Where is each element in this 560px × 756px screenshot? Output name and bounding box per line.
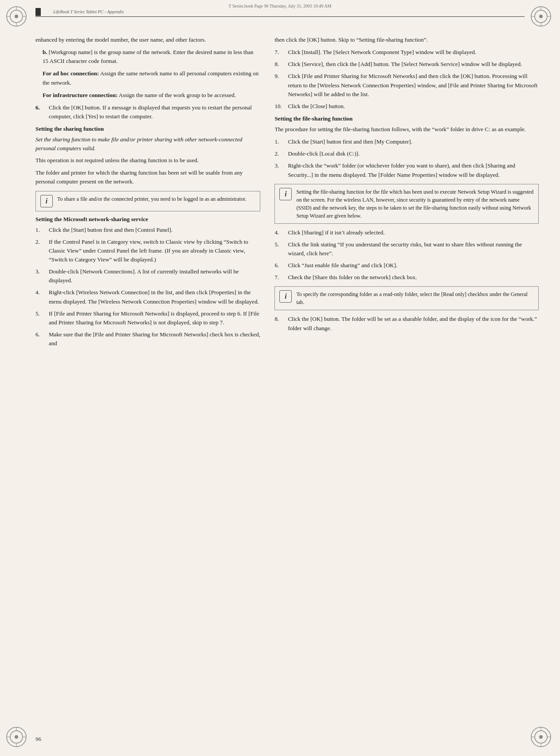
infra-label: For infrastructure connection: (43, 92, 117, 98)
file-sharing-intro: The procedure for setting the file-shari… (274, 125, 539, 134)
info-box-2-text: Setting the file-sharing function for th… (296, 188, 534, 220)
corner-decoration-br (529, 725, 556, 752)
file-sharing-list-1: 1. Click the [Start] button first and th… (274, 137, 539, 179)
fs2-item-7-text: Check the [Share this folder on the netw… (288, 273, 539, 282)
list-item: 2. If the Control Panel is in Category v… (35, 238, 260, 264)
info-box-2: i Setting the file-sharing function for … (274, 184, 539, 224)
ms-item-5-text: If [File and Printer Sharing for Microso… (49, 309, 260, 327)
fs-item-1-text: Click the [Start] button first and then … (288, 137, 539, 146)
sub-item-b: b. [Workgroup name] is the group name of… (43, 48, 260, 66)
list-item: 8. Click the [OK] button. The folder wil… (274, 315, 539, 332)
fs2-item-4-text: Click [Sharing] if it isn’t already sele… (288, 228, 539, 237)
page-container: T Series.book Page 96 Thursday, July 31,… (0, 0, 560, 756)
fs-item-3-text: Right-click the “work” folder (or whiche… (288, 161, 539, 179)
list-item: 3. Right-click the “work” folder (or whi… (274, 161, 539, 179)
info-icon-3: i (279, 290, 292, 303)
list-item: 4. Right-click [Wireless Network Connect… (35, 288, 260, 306)
fs-item-2-num: 2. (274, 149, 284, 158)
sub-b-text: [Workgroup name] is the group name of th… (43, 49, 254, 64)
fs2-item-7-num: 7. (274, 273, 284, 282)
ms-items-list: 1. Click the [Start] button first and th… (35, 226, 260, 348)
fs-item-1-num: 1. (274, 137, 284, 146)
content-area: enhanced by entering the model number, t… (35, 35, 525, 721)
corner-decoration-tl (4, 4, 31, 31)
list-item: 7. Check the [Share this folder on the n… (274, 273, 539, 282)
ad-hoc-para: For ad hoc connection: Assign the same n… (43, 69, 260, 87)
file-sharing-heading: Setting the file-sharing function (274, 115, 539, 122)
svg-point-23 (539, 735, 543, 739)
corner-decoration-bl (4, 725, 31, 752)
list-item: 1. Click the [Start] button first and th… (35, 226, 260, 234)
item-9-num: 9. (274, 72, 284, 98)
header-line (35, 16, 525, 17)
ms-item-1-num: 1. (35, 226, 45, 234)
list-item: 5. If [File and Printer Sharing for Micr… (35, 309, 260, 327)
infra-text: Assign the name of the work group to be … (117, 92, 236, 98)
list-item: 10. Click the [Close] button. (274, 102, 539, 111)
item-10-text: Click the [Close] button. (288, 102, 539, 111)
item-8-text: Click [Service], then click the [Add] bu… (288, 60, 539, 69)
final-item-text: Click the [OK] button. The folder will b… (288, 315, 539, 332)
list-item: 7. Click [Install]. The [Select Network … (274, 48, 539, 57)
file-sharing-list-2: 4. Click [Sharing] if it isn’t already s… (274, 228, 539, 282)
cont-text: then click the [OK] button. Skip to “Set… (274, 35, 539, 44)
item6-num: 6. (35, 103, 45, 121)
page-header: LifeBook T Series Tablet PC - Appendix (35, 8, 525, 17)
sub-b-label: b. (43, 49, 47, 55)
info-box-3-text: To specify the corresponding folder as a… (296, 290, 534, 306)
header-bookmark (35, 8, 41, 16)
item6-text: Click the [OK] button. If a message is d… (49, 103, 260, 121)
final-item-list: 8. Click the [OK] button. The folder wil… (274, 315, 539, 332)
items-list-early: 6. Click the [OK] button. If a message i… (35, 103, 260, 121)
ms-item-5-num: 5. (35, 309, 45, 327)
list-item: 2. Double-click [Local disk (C:)]. (274, 149, 539, 158)
fs-item-3-num: 3. (274, 161, 284, 179)
item-7-text: Click [Install]. The [Select Network Com… (288, 48, 539, 57)
sharing-function-heading: Setting the sharing function (35, 125, 260, 132)
item-7-num: 7. (274, 48, 284, 57)
list-item: 9. Click [File and Printer Sharing for M… (274, 72, 539, 98)
fs2-item-6-num: 6. (274, 261, 284, 270)
ad-hoc-label: For ad hoc connection: (43, 70, 99, 77)
intro-para1: enhanced by entering the model number, t… (35, 35, 260, 44)
fs2-item-5-num: 5. (274, 240, 284, 258)
info-icon-2: i (279, 188, 292, 200)
ms-item-4-num: 4. (35, 288, 45, 306)
ms-network-heading: Setting the Microsoft network-sharing se… (35, 216, 260, 223)
svg-point-2 (15, 15, 18, 18)
list-item: 5. Click the link stating “If you unders… (274, 240, 539, 258)
ms-item-3-num: 3. (35, 267, 45, 285)
fs-item-2-text: Double-click [Local disk (C:)]. (288, 149, 539, 158)
svg-point-9 (539, 15, 543, 18)
svg-point-16 (15, 735, 18, 739)
final-item-num: 8. (274, 315, 284, 332)
list-item: 6. Make sure that the [File and Printer … (35, 330, 260, 348)
ms-item-2-num: 2. (35, 238, 45, 264)
list-item: 4. Click [Sharing] if it isn’t already s… (274, 228, 539, 237)
list-item: 3. Double-click [Network Connections]. A… (35, 267, 260, 285)
ms-item-2-text: If the Control Panel is in Category view… (49, 238, 260, 264)
corner-decoration-tr (529, 4, 556, 31)
ms-item-1-text: Click the [Start] button first and then … (49, 226, 260, 234)
fs2-item-6-text: Click “Just enable file sharing” and cli… (288, 261, 539, 270)
item-10-num: 10. (274, 102, 284, 111)
fs2-item-4-num: 4. (274, 228, 284, 237)
header-text: LifeBook T Series Tablet PC - Appendix (44, 9, 124, 14)
ms-item-6-text: Make sure that the [File and Printer Sha… (49, 330, 260, 348)
italic-para: Set the sharing function to make file an… (35, 135, 260, 152)
ms-item-6-num: 6. (35, 330, 45, 348)
fs2-item-5-text: Click the link stating “If you understan… (288, 240, 539, 258)
left-column: enhanced by entering the model number, t… (35, 35, 260, 721)
info-box-1: i To share a file and/or the connected p… (35, 191, 260, 211)
item-8-num: 8. (274, 60, 284, 69)
list-item: 1. Click the [Start] button first and th… (274, 137, 539, 146)
ms-item-3-text: Double-click [Network Connections]. A li… (49, 267, 260, 285)
list-item: 8. Click [Service], then click the [Add]… (274, 60, 539, 69)
infra-para: For infrastructure connection: Assign th… (43, 91, 260, 100)
info-box-1-text: To share a file and/or the connected pri… (57, 195, 247, 203)
para2: The folder and printer for which the sha… (35, 168, 260, 186)
para1: This operation is not required unless th… (35, 156, 260, 165)
list-item: 6. Click the [OK] button. If a message i… (35, 103, 260, 121)
list-item: 6. Click “Just enable file sharing” and … (274, 261, 539, 270)
ms-item-4-text: Right-click [Wireless Network Connection… (49, 288, 260, 306)
